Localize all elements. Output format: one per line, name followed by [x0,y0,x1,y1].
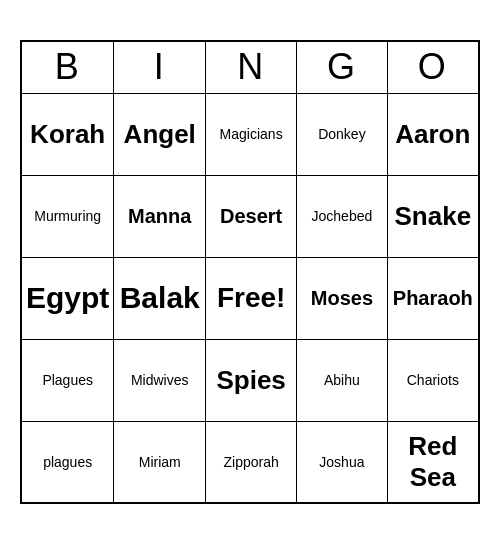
header-letter-n: N [206,41,297,93]
bingo-cell-1-1: Manna [114,175,206,257]
bingo-row-2: EgyptBalakFree!MosesPharaoh [21,257,479,339]
bingo-cell-1-0: Murmuring [21,175,114,257]
bingo-cell-2-3: Moses [297,257,388,339]
bingo-cell-2-0: Egypt [21,257,114,339]
bingo-cell-1-4: Snake [387,175,479,257]
bingo-cell-3-4: Chariots [387,339,479,421]
bingo-cell-0-0: Korah [21,93,114,175]
bingo-cell-0-4: Aaron [387,93,479,175]
bingo-row-1: MurmuringMannaDesertJochebedSnake [21,175,479,257]
bingo-cell-3-2: Spies [206,339,297,421]
bingo-row-0: KorahAngelMagiciansDonkeyAaron [21,93,479,175]
bingo-cell-1-3: Jochebed [297,175,388,257]
bingo-row-4: plaguesMiriamZipporahJoshuaRed Sea [21,421,479,503]
bingo-cell-2-2: Free! [206,257,297,339]
bingo-cell-4-0: plagues [21,421,114,503]
bingo-cell-3-1: Midwives [114,339,206,421]
bingo-cell-0-3: Donkey [297,93,388,175]
header-letter-o: O [387,41,479,93]
bingo-cell-2-1: Balak [114,257,206,339]
bingo-cell-4-3: Joshua [297,421,388,503]
bingo-cell-2-4: Pharaoh [387,257,479,339]
bingo-cell-4-4: Red Sea [387,421,479,503]
bingo-cell-4-1: Miriam [114,421,206,503]
header-letter-g: G [297,41,388,93]
bingo-cell-0-2: Magicians [206,93,297,175]
bingo-cell-3-0: Plagues [21,339,114,421]
bingo-header-row: BINGO [21,41,479,93]
header-letter-b: B [21,41,114,93]
bingo-cell-3-3: Abihu [297,339,388,421]
bingo-row-3: PlaguesMidwivesSpiesAbihuChariots [21,339,479,421]
header-letter-i: I [114,41,206,93]
bingo-cell-1-2: Desert [206,175,297,257]
bingo-cell-0-1: Angel [114,93,206,175]
bingo-card: BINGO KorahAngelMagiciansDonkeyAaronMurm… [20,40,480,504]
bingo-cell-4-2: Zipporah [206,421,297,503]
